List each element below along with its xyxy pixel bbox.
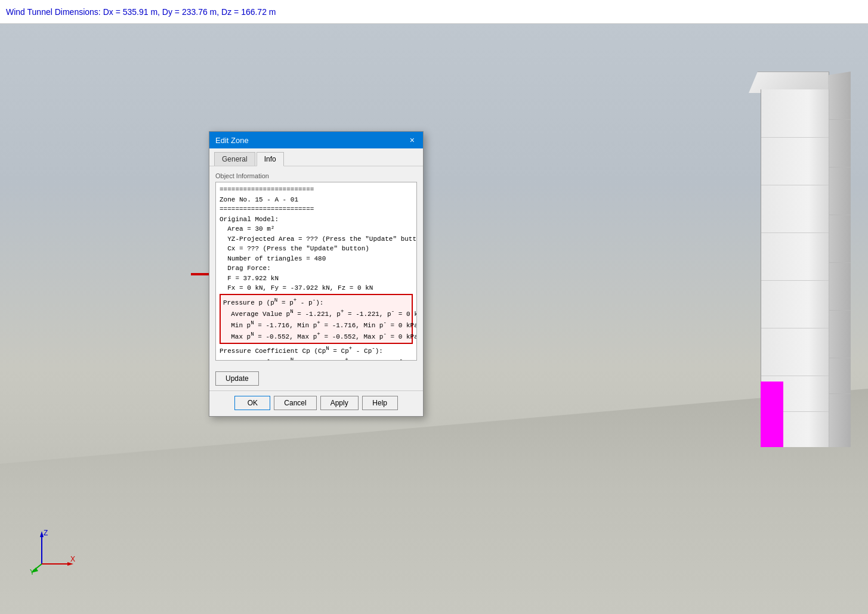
help-button[interactable]: Help (362, 396, 398, 410)
line-cp-header: Pressure Coefficient Cp (CpN = Cp+ - Cp-… (220, 345, 413, 356)
line-orig-model: Original Model: (220, 215, 413, 225)
line-pressure-min: Min pN = -1.716, Min p+ = -1.716, Min p-… (223, 319, 409, 330)
object-info-label: Object Information (215, 172, 417, 179)
dialog-footer: OK Cancel Apply Help (209, 390, 423, 416)
line-triangles: Number of triangles = 480 (220, 254, 413, 264)
line-drag: Drag Force: (220, 263, 413, 274)
info-text-area[interactable]: ======================== Zone No. 15 - A… (215, 182, 417, 361)
line-sep1: ======================== (220, 185, 413, 195)
coordinate-axes: Z Y X (30, 528, 78, 578)
svg-text:Y: Y (30, 568, 35, 576)
line-yz-proj: YZ-Projected Area = ??? (Press the "Upda… (220, 234, 413, 244)
dialog-titlebar: Edit Zone × (209, 132, 423, 148)
line-cp-avg: Average Value CpN = -0.626, Cp+ = -0.626… (220, 356, 413, 361)
svg-text:Z: Z (44, 529, 48, 537)
line-pressure-max: Max pN = -0.552, Max p+ = -0.552, Max p-… (223, 330, 409, 342)
tab-info[interactable]: Info (257, 152, 284, 166)
top-bar: Wind Tunnel Dimensions: Dx = 535.91 m, D… (0, 0, 868, 24)
building-right-face (828, 72, 851, 447)
ok-button[interactable]: OK (234, 396, 270, 410)
dialog-tabs: General Info (209, 148, 423, 166)
line-area: Area = 30 m² (220, 224, 413, 234)
dialog-body: Object Information =====================… (209, 166, 423, 367)
update-button-row: Update (209, 367, 423, 390)
edit-zone-dialog: Edit Zone × General Info Object Informat… (209, 131, 424, 417)
magenta-zone (761, 382, 783, 447)
line-pressure-header: Pressure p (pN = p+ - p-): (223, 296, 409, 308)
line-f: F = 37.922 kN (220, 274, 413, 284)
cancel-button[interactable]: Cancel (274, 396, 316, 410)
tab-general[interactable]: General (214, 152, 255, 166)
apply-button[interactable]: Apply (320, 396, 359, 410)
line-fxyz: Fx = 0 kN, Fy = -37.922 kN, Fz = 0 kN (220, 283, 413, 293)
wind-tunnel-title: Wind Tunnel Dimensions: Dx = 535.91 m, D… (6, 7, 276, 17)
line-zone-no: Zone No. 15 - A - 01 (220, 195, 413, 205)
dialog-close-button[interactable]: × (407, 135, 417, 145)
line-cx: Cx = ??? (Press the "Update" button) (220, 244, 413, 254)
line-pressure-avg: Average Value pN = -1.221, p+ = -1.221, … (223, 308, 409, 319)
line-sep2: ======================== (220, 204, 413, 215)
svg-text:X: X (70, 555, 75, 563)
update-button[interactable]: Update (215, 371, 259, 386)
pressure-highlighted-section: Pressure p (pN = p+ - p-): Average Value… (220, 294, 413, 345)
dialog-title: Edit Zone (215, 136, 249, 145)
